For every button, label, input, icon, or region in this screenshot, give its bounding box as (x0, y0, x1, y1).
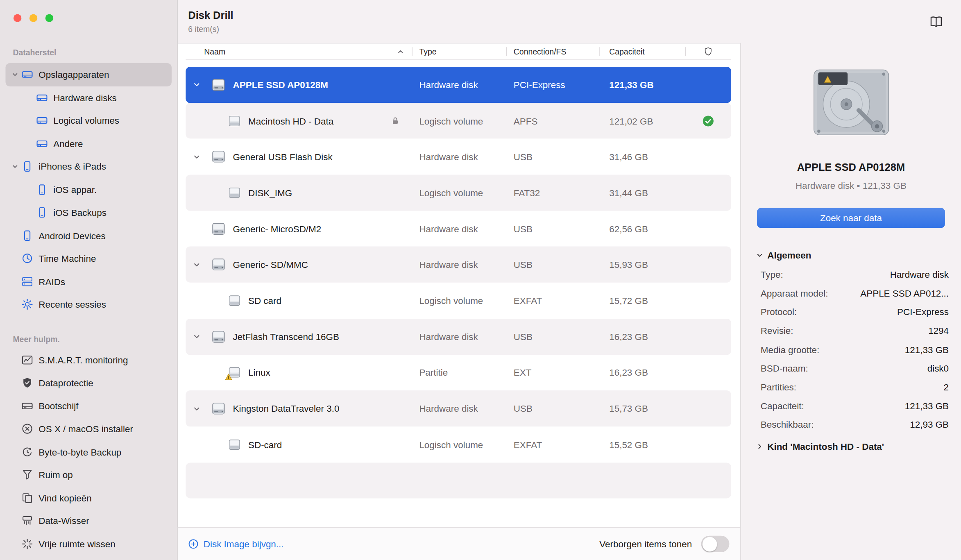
column-header-connection-fs[interactable]: Connection/FS (506, 43, 599, 59)
section-label: Algemeen (767, 250, 811, 260)
sidebar-item-iphones-ipads[interactable]: iPhones & iPads (5, 155, 171, 178)
sidebar-item-label: Recente sessies (39, 299, 106, 310)
info-value: disk0 (927, 363, 949, 373)
sidebar-item-label: RAIDs (39, 276, 65, 286)
sidebar-item-recente-sessies[interactable]: Recente sessies (5, 293, 171, 316)
chevron-down-icon[interactable] (190, 261, 204, 268)
detail-title: APPLE SSD AP0128M (741, 162, 961, 174)
plus-circle-icon (188, 539, 198, 549)
sidebar-item-label: iPhones & iPads (39, 161, 106, 172)
column-header-security[interactable] (685, 43, 731, 59)
cell-capacity: 62,56 GB (599, 223, 685, 234)
sidebar-item-label: S.M.A.R.T. monitoring (39, 355, 128, 365)
chevron-down-icon[interactable] (190, 153, 204, 161)
section-label: Kind 'Macintosh HD - Data' (767, 442, 884, 452)
sidebar-section-label: Dataherstel (0, 48, 177, 57)
sidebar-item-label: Vind kopieën (39, 493, 91, 503)
installer-icon (21, 423, 33, 435)
column-header-type[interactable]: Type (412, 43, 506, 59)
cell-type: Hardware disk (412, 223, 506, 234)
sidebar-item-vind-kopie-n[interactable]: Vind kopieën (5, 486, 171, 509)
table-row-jetflash-transcend-16gb[interactable]: JetFlash Transcend 16GBHardware diskUSB1… (186, 319, 731, 355)
chevron-down-icon[interactable] (9, 163, 21, 170)
sidebar-item-data-wisser[interactable]: Data-Wisser (5, 509, 171, 532)
chevron-down-icon[interactable] (190, 81, 204, 88)
sidebar-item-label: Opslagapparaten (39, 69, 109, 79)
volume-icon (227, 365, 241, 379)
sidebar-item-logical-volumes[interactable]: Logical volumes (5, 109, 171, 132)
drive-icon (36, 138, 48, 149)
phone-icon (21, 161, 33, 172)
chevron-down-icon (756, 252, 763, 258)
sidebar-item-andere[interactable]: Andere (5, 132, 171, 155)
sidebar-item-time-machine[interactable]: Time Machine (5, 247, 171, 270)
table-row-sd-card[interactable]: SD-cardLogisch volumeEXFAT15,52 GB (186, 426, 731, 463)
chevron-down-icon[interactable] (190, 333, 204, 340)
device-name: Kingston DataTraveler 3.0 (233, 404, 340, 414)
table-row-disk-img[interactable]: DISK_IMGLogisch volumeFAT3231,44 GB (186, 175, 731, 211)
table-row-generic-sd-mmc[interactable]: Generic- SD/MMCHardware diskUSB15,93 GB (186, 247, 731, 283)
column-label: Connection/FS (514, 47, 567, 56)
sidebar-item-s-m-a-r-t-monitoring[interactable]: S.M.A.R.T. monitoring (5, 349, 171, 372)
sidebar-item-ios-backups[interactable]: iOS Backups (5, 201, 171, 224)
disk-drill-window: DataherstelOpslagapparatenHardware disks… (0, 0, 961, 560)
cell-name: DISK_IMG (186, 175, 412, 211)
table-row-kingston-datatraveler-3-0[interactable]: Kingston DataTraveler 3.0Hardware diskUS… (186, 390, 731, 426)
zoom-button[interactable] (45, 14, 53, 22)
info-row-media-grootte: Media grootte:121,33 GB (741, 340, 961, 359)
sidebar-item-byte-to-byte-backup[interactable]: Byte-to-byte Backup (5, 440, 171, 463)
info-value: PCI-Express (897, 306, 949, 317)
sidebar-item-vrije-ruimte-wissen[interactable]: Vrije ruimte wissen (5, 532, 171, 555)
time-machine-icon (21, 253, 33, 264)
info-value: 121,33 GB (905, 344, 949, 354)
search-data-button[interactable]: Zoek naar data (757, 208, 945, 228)
info-value: Hardware disk (890, 269, 949, 279)
detail-panel: APPLE SSD AP0128M Hardware disk • 121,33… (740, 43, 961, 560)
info-list: Type:Hardware diskApparaat model:APPLE S… (741, 265, 961, 434)
table-row-generic-microsd-m2[interactable]: Generic- MicroSD/M2Hardware diskUSB62,56… (186, 211, 731, 247)
cell-type: Hardware disk (412, 152, 506, 162)
cell-type: Logisch volume (412, 439, 506, 449)
sidebar-item-raids[interactable]: RAIDs (5, 270, 171, 293)
info-row-capaciteit: Capaciteit:121,33 GB (741, 397, 961, 415)
cell-name: Generic- MicroSD/M2 (186, 211, 412, 247)
sidebar-item-label: Byte-to-byte Backup (39, 447, 121, 457)
cell-name: Linux (186, 355, 412, 391)
chevron-down-icon[interactable] (190, 405, 204, 412)
section-header-kind-macintosh-hd-data[interactable]: Kind 'Macintosh HD - Data' (741, 442, 961, 452)
table-row-sd-card[interactable]: SD cardLogisch volumeEXFAT15,72 GB (186, 283, 731, 319)
chevron-down-icon[interactable] (9, 71, 21, 78)
sidebar: DataherstelOpslagapparatenHardware disks… (0, 0, 178, 560)
info-row-partities: Partities:2 (741, 378, 961, 397)
column-header-naam[interactable]: Naam (186, 43, 412, 59)
device-name: APPLE SSD AP0128M (233, 79, 328, 90)
info-value: 2 (944, 382, 949, 392)
sidebar-item-ruim-op[interactable]: Ruim op (5, 463, 171, 486)
column-header-capaciteit[interactable]: Capaciteit (599, 43, 685, 59)
sidebar-item-os-x-macos-installer[interactable]: OS X / macOS installer (5, 417, 171, 440)
section-header-algemeen[interactable]: Algemeen (741, 250, 961, 260)
minimize-button[interactable] (29, 14, 37, 22)
backup-icon (21, 446, 33, 458)
table-row-macintosh-hd-data[interactable]: Macintosh HD - DataLogisch volumeAPFS121… (186, 103, 731, 139)
hard-drive-icon (211, 149, 226, 164)
sidebar-item-hardware-disks[interactable]: Hardware disks (5, 86, 171, 109)
table-row-general-usb-flash-disk[interactable]: General USB Flash DiskHardware diskUSB31… (186, 139, 731, 175)
show-hidden-items-toggle[interactable] (701, 536, 730, 552)
sidebar-item-android-devices[interactable]: Android Devices (5, 224, 171, 247)
close-button[interactable] (14, 14, 21, 22)
sidebar-item-dataprotectie[interactable]: Dataprotectie (5, 372, 171, 394)
attach-disk-image-button[interactable]: Disk Image bijvgn... (188, 539, 283, 549)
reading-list-icon[interactable] (929, 15, 944, 28)
sidebar-nav: DataherstelOpslagapparatenHardware disks… (0, 48, 177, 555)
shield-icon (21, 377, 33, 389)
sidebar-item-ios-appar[interactable]: iOS appar. (5, 178, 171, 201)
cell-name: SD card (186, 283, 412, 319)
sidebar-item-label: Vrije ruimte wissen (39, 539, 115, 549)
cell-connection-fs: USB (506, 259, 599, 270)
sidebar-item-label: Bootschijf (39, 401, 78, 411)
table-row-linux[interactable]: LinuxPartitieEXT16,23 GB (186, 355, 731, 391)
sidebar-item-bootschijf[interactable]: Bootschijf (5, 394, 171, 417)
sidebar-item-opslagapparaten[interactable]: Opslagapparaten (5, 63, 171, 86)
table-row-apple-ssd-ap0128m[interactable]: APPLE SSD AP0128MHardware diskPCI-Expres… (186, 67, 731, 103)
